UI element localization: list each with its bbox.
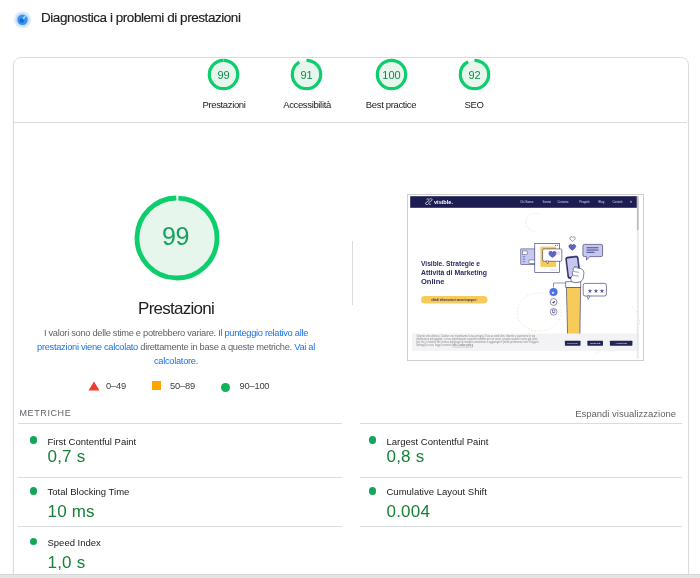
svg-text:Progetti: Progetti	[580, 200, 590, 204]
svg-text:★: ★	[593, 287, 598, 293]
svg-text:Online: Online	[421, 278, 445, 285]
svg-text:92: 92	[468, 68, 480, 80]
svg-text:99: 99	[218, 68, 230, 80]
svg-text:Chi Siamo: Chi Siamo	[520, 200, 534, 204]
svg-text:visible.: visible.	[434, 199, 453, 205]
svg-text:Contatti: Contatti	[613, 200, 623, 204]
svg-text:100: 100	[382, 68, 400, 80]
svg-text:Attività di Marketing: Attività di Marketing	[421, 269, 487, 277]
svg-text:91: 91	[300, 68, 312, 80]
svg-text:Servizi: Servizi	[543, 200, 552, 204]
svg-text:dettagli] in suo, leggi la nos: dettagli] in suo, leggi la nostra Info C…	[417, 342, 474, 346]
svg-text:Creiamo: Creiamo	[558, 200, 569, 204]
svg-text:★: ★	[599, 287, 604, 293]
svg-text:Rifiuta tutti: Rifiuta tutti	[590, 342, 601, 344]
svg-text:★: ★	[587, 287, 592, 293]
svg-text:Blog: Blog	[599, 200, 605, 204]
svg-text:Preferenze: Preferenze	[567, 342, 578, 344]
svg-text:Visible. Strategie e: Visible. Strategie e	[421, 260, 480, 268]
svg-text:Accetta tutti: Accetta tutti	[615, 342, 627, 344]
svg-text:chiedi informazioni senza impe: chiedi informazioni senza impegno ›	[431, 298, 477, 302]
svg-text:✕: ✕	[630, 200, 633, 204]
